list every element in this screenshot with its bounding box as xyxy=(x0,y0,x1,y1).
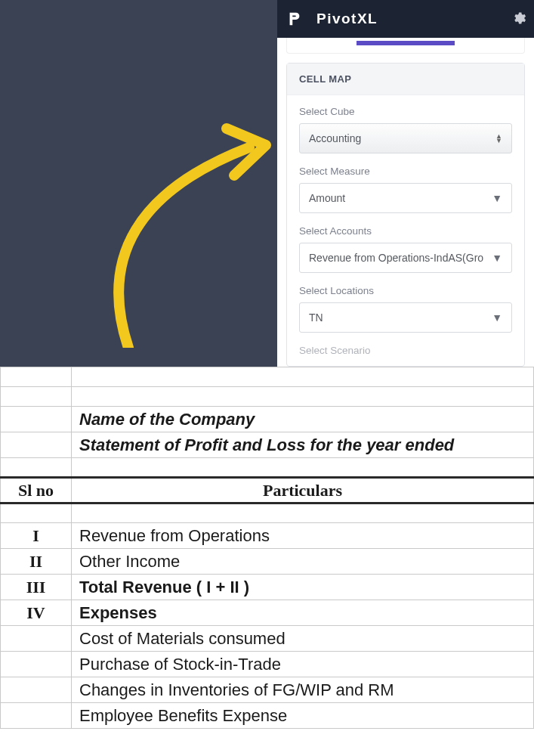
accounts-select[interactable]: Revenue from Operations-IndAS(Gro ▼ xyxy=(299,243,512,273)
company-name-cell: Name of the Company xyxy=(72,407,534,432)
cell-map-card: CELL MAP Select Cube Accounting ▲▼ Selec… xyxy=(286,63,525,367)
statement-title-cell: Statement of Profit and Loss for the yea… xyxy=(72,432,534,458)
table-header-row[interactable]: Sl no Particulars xyxy=(1,478,534,503)
locations-value: TN xyxy=(309,311,487,324)
panel-header: PivotXL xyxy=(277,0,534,38)
particulars-header: Particulars xyxy=(72,478,534,503)
app-title: PivotXL xyxy=(316,11,378,27)
table-row[interactable]: IIITotal Revenue ( I + II ) xyxy=(1,575,534,600)
sidebar-panel: PivotXL CELL MAP Select Cube Accounting … xyxy=(277,0,534,367)
purple-accent xyxy=(357,41,455,45)
card-title: CELL MAP xyxy=(287,64,524,95)
chevron-down-icon: ▼ xyxy=(492,192,502,204)
measure-select[interactable]: Amount ▼ xyxy=(299,183,512,213)
table-row[interactable]: Name of the Company xyxy=(1,407,534,432)
table-row[interactable]: IVExpenses xyxy=(1,600,534,626)
chevron-down-icon: ▼ xyxy=(492,252,502,264)
slno-header: Sl no xyxy=(1,478,72,503)
accounts-value: Revenue from Operations-IndAS(Gro xyxy=(309,252,487,264)
spreadsheet[interactable]: Name of the Company Statement of Profit … xyxy=(0,367,534,729)
table-row[interactable]: IRevenue from Operations xyxy=(1,523,534,549)
pivotxl-logo-icon xyxy=(286,11,303,27)
dark-background xyxy=(0,0,277,367)
table-row[interactable] xyxy=(1,367,534,387)
table-row[interactable]: Statement of Profit and Loss for the yea… xyxy=(1,432,534,458)
table-row[interactable]: Employee Benefits Expense xyxy=(1,703,534,729)
table-row[interactable]: Purchase of Stock-in-Trade xyxy=(1,652,534,677)
scenario-label: Select Scenario xyxy=(299,345,512,356)
locations-select[interactable]: TN ▼ xyxy=(299,302,512,333)
updown-caret-icon: ▲▼ xyxy=(495,134,502,143)
measure-label: Select Measure xyxy=(299,166,512,177)
measure-value: Amount xyxy=(309,192,487,204)
cube-value: Accounting xyxy=(309,132,495,144)
locations-label: Select Locations xyxy=(299,285,512,296)
table-row[interactable] xyxy=(1,387,534,407)
table-row[interactable] xyxy=(1,503,534,523)
gear-icon[interactable] xyxy=(511,11,526,29)
table-row[interactable]: Changes in Inventories of FG/WIP and RM xyxy=(1,677,534,703)
cube-select[interactable]: Accounting ▲▼ xyxy=(299,123,512,153)
chevron-down-icon: ▼ xyxy=(492,311,502,324)
table-row[interactable]: IIOther Income xyxy=(1,549,534,575)
cube-label: Select Cube xyxy=(299,106,512,117)
header-accent xyxy=(286,38,525,54)
table-row[interactable]: Cost of Materials consumed xyxy=(1,626,534,652)
table-row[interactable] xyxy=(1,458,534,478)
sheet-table[interactable]: Name of the Company Statement of Profit … xyxy=(0,367,534,729)
accounts-label: Select Accounts xyxy=(299,225,512,237)
